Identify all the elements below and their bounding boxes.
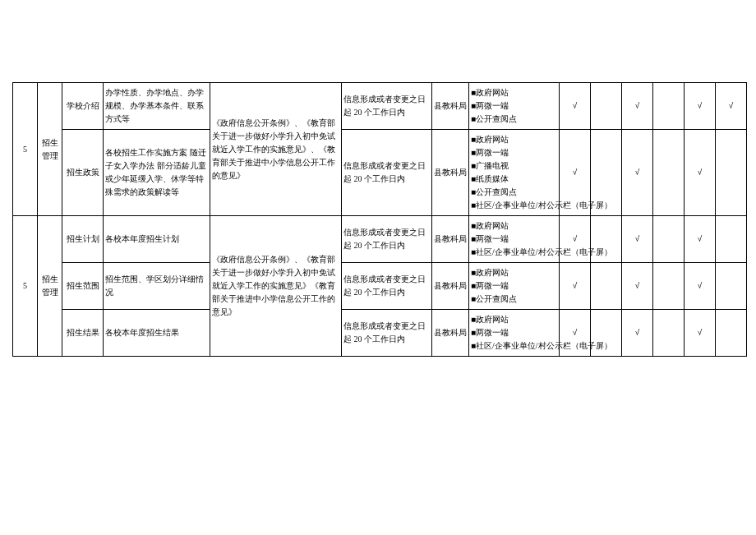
- check-cell: √: [622, 83, 653, 130]
- table-row: 5 招生管理 学校介绍 办学性质、办学地点、办学规模、办学基本条件、联系方式等 …: [13, 83, 747, 130]
- channel-item: ■两微一端: [471, 146, 557, 159]
- dept-cell: 县教科局: [432, 83, 469, 130]
- content-cell: 各校本年度招生结果: [104, 310, 210, 357]
- channels-cell: ■政府网站■两微一端■社区/企事业单位/村公示栏（电子屏）: [469, 310, 560, 357]
- channel-item: ■社区/企事业单位/村公示栏（电子屏）: [471, 199, 557, 212]
- check-cell: [716, 310, 747, 357]
- table-row: 招生范围 招生范围、学区划分详细情况 信息形成或者变更之日起 20 个工作日内 …: [13, 263, 747, 310]
- check-cell: √: [560, 263, 591, 310]
- check-cell: [716, 216, 747, 263]
- channel-item: ■政府网站: [471, 219, 557, 233]
- check-cell: [653, 83, 685, 130]
- check-cell: [591, 263, 622, 310]
- sub-cell: 招生结果: [62, 310, 104, 357]
- table-row: 5 招生管理 招生计划 各校本年度招生计划 《政府信息公开条例》、《教育部关于进…: [13, 216, 747, 263]
- channel-item: ■政府网站: [471, 266, 557, 279]
- check-cell: [653, 216, 685, 263]
- check-cell: √: [685, 130, 716, 216]
- channel-item: ■广播电视: [471, 159, 557, 173]
- sub-cell: 学校介绍: [62, 83, 104, 130]
- channel-item: ■社区/企事业单位/村公示栏（电子屏）: [471, 246, 557, 259]
- table-row: 招生结果 各校本年度招生结果 信息形成或者变更之日起 20 个工作日内 县教科局…: [13, 310, 747, 357]
- channel-item: ■公开查阅点: [471, 293, 557, 306]
- policy-table: 5 招生管理 学校介绍 办学性质、办学地点、办学规模、办学基本条件、联系方式等 …: [12, 82, 747, 357]
- check-cell: √: [716, 83, 747, 130]
- basis-cell: 《政府信息公开条例》、《教育部关于进一步做好小学升入初中免试就近入学工作的实施意…: [210, 216, 342, 357]
- channels-cell: ■政府网站■两微一端■公开查阅点: [469, 83, 560, 130]
- channel-item: ■政府网站: [471, 133, 557, 146]
- dept-cell: 县教科局: [432, 216, 469, 263]
- channels-cell: ■政府网站■两微一端■公开查阅点: [469, 263, 560, 310]
- check-cell: √: [622, 263, 653, 310]
- channel-item: ■纸质媒体: [471, 173, 557, 186]
- channel-item: ■两微一端: [471, 99, 557, 113]
- time-cell: 信息形成或者变更之日起 20 个工作日内: [342, 310, 432, 357]
- check-cell: √: [560, 83, 591, 130]
- channel-item: ■政府网站: [471, 86, 557, 99]
- seq-cell: 5: [13, 216, 38, 357]
- table-row: 招生政策 各校招生工作实施方案 随迁子女入学办法 部分适龄儿童或少年延缓入学、休…: [13, 130, 747, 216]
- check-cell: [653, 310, 685, 357]
- check-cell: [591, 83, 622, 130]
- channel-item: ■公开查阅点: [471, 113, 557, 126]
- channel-item: ■两微一端: [471, 233, 557, 246]
- content-cell: 各校本年度招生计划: [104, 216, 210, 263]
- content-cell: 各校招生工作实施方案 随迁子女入学办法 部分适龄儿童或少年延缓入学、休学等特殊需…: [104, 130, 210, 216]
- check-cell: [653, 263, 685, 310]
- check-cell: √: [685, 310, 716, 357]
- basis-cell: 《政府信息公开条例》、《教育部关于进一步做好小学升入初中免试就近入学工作的实施意…: [210, 83, 342, 216]
- check-cell: √: [622, 310, 653, 357]
- channels-cell: ■政府网站■两微一端■广播电视■纸质媒体■公开查阅点■社区/企事业单位/村公示栏…: [469, 130, 560, 216]
- cat-cell: 招生管理: [38, 83, 62, 216]
- dept-cell: 县教科局: [432, 130, 469, 216]
- dept-cell: 县教科局: [432, 310, 469, 357]
- cat-cell: 招生管理: [38, 216, 62, 357]
- seq-cell: 5: [13, 83, 38, 216]
- channel-item: ■社区/企事业单位/村公示栏（电子屏）: [471, 339, 557, 353]
- check-cell: √: [685, 263, 716, 310]
- time-cell: 信息形成或者变更之日起 20 个工作日内: [342, 130, 432, 216]
- sub-cell: 招生计划: [62, 216, 104, 263]
- channels-cell: ■政府网站■两微一端■社区/企事业单位/村公示栏（电子屏）: [469, 216, 560, 263]
- check-cell: [716, 263, 747, 310]
- sub-cell: 招生政策: [62, 130, 104, 216]
- check-cell: √: [685, 216, 716, 263]
- check-cell: √: [685, 83, 716, 130]
- sub-cell: 招生范围: [62, 263, 104, 310]
- time-cell: 信息形成或者变更之日起 20 个工作日内: [342, 263, 432, 310]
- content-cell: 招生范围、学区划分详细情况: [104, 263, 210, 310]
- check-cell: √: [622, 216, 653, 263]
- channel-item: ■公开查阅点: [471, 186, 557, 199]
- time-cell: 信息形成或者变更之日起 20 个工作日内: [342, 83, 432, 130]
- channel-item: ■两微一端: [471, 279, 557, 293]
- check-cell: √: [622, 130, 653, 216]
- content-cell: 办学性质、办学地点、办学规模、办学基本条件、联系方式等: [104, 83, 210, 130]
- channel-item: ■政府网站: [471, 313, 557, 326]
- channel-item: ■两微一端: [471, 326, 557, 339]
- time-cell: 信息形成或者变更之日起 20 个工作日内: [342, 216, 432, 263]
- check-cell: [653, 130, 685, 216]
- check-cell: [716, 130, 747, 216]
- dept-cell: 县教科局: [432, 263, 469, 310]
